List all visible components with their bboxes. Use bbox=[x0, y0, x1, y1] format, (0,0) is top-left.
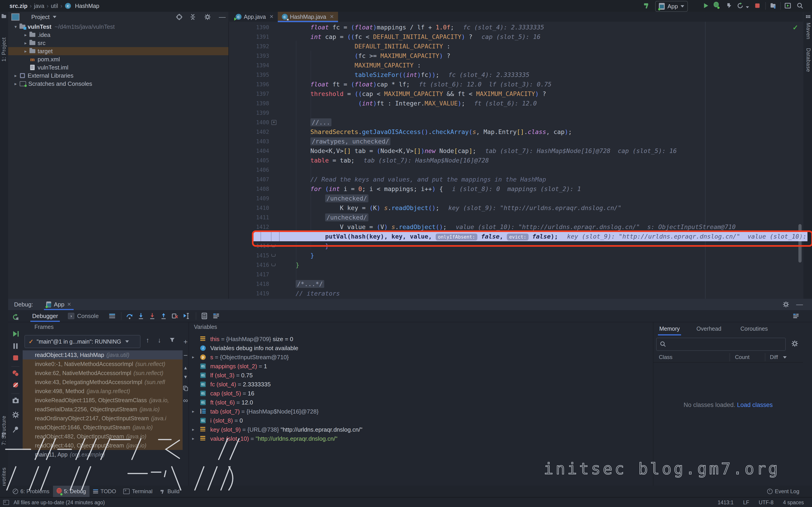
file-encoding[interactable]: UTF-8 bbox=[759, 500, 773, 506]
code-line[interactable]: threshold = ((cap < MAXIMUM_CAPACITY && … bbox=[281, 89, 546, 99]
tab-memory[interactable]: Memory bbox=[659, 322, 680, 335]
stop-button[interactable] bbox=[754, 2, 761, 9]
frame-row[interactable]: invokeReadObject:1185, ObjectStreamClass… bbox=[23, 396, 183, 405]
scroll-up-icon[interactable]: ▲ bbox=[183, 365, 189, 371]
code-line[interactable]: table = tab;tab (slot_7): HashMap$Node[1… bbox=[281, 156, 489, 165]
gutter-line-number[interactable]: 1400 bbox=[229, 118, 269, 127]
frame-row[interactable]: readObject0:1646, ObjectInputStream(java… bbox=[23, 423, 183, 432]
tree-item-vulntest-iml[interactable]: vulnTest.iml bbox=[8, 63, 229, 71]
variable-row[interactable]: ▸key (slot_9) = {URL@738} "http://urldns… bbox=[189, 425, 653, 434]
variable-row[interactable]: 01ft (slot_6) = 12.0 bbox=[189, 398, 653, 407]
tree-item-pom-xml[interactable]: mpom.xml bbox=[8, 55, 229, 63]
gutter-line-number[interactable]: 1417 bbox=[229, 270, 269, 279]
breadcrumb-item[interactable]: util bbox=[51, 3, 58, 9]
tab-app-java[interactable]: CApp.java✕ bbox=[232, 12, 278, 22]
code-line[interactable]: MAXIMUM_CAPACITY : bbox=[281, 61, 421, 70]
rerun-icon[interactable] bbox=[12, 313, 19, 321]
coverage-button[interactable] bbox=[726, 2, 733, 9]
step-out-icon[interactable] bbox=[160, 313, 167, 320]
pause-icon[interactable] bbox=[12, 342, 19, 350]
variable-row[interactable]: 01mappings (slot_2) = 1 bbox=[189, 362, 653, 371]
tree-chevron-icon[interactable]: ▸ bbox=[192, 407, 194, 416]
view-breakpoints-icon[interactable] bbox=[12, 370, 19, 377]
variable-row[interactable]: iVariables debug info not available bbox=[189, 344, 653, 353]
debug-gear-icon[interactable] bbox=[12, 411, 19, 419]
gutter-line-number[interactable]: 1391 bbox=[229, 32, 269, 42]
frame-row[interactable]: readObject:1413, HashMap(java.util) bbox=[23, 350, 183, 359]
gutter-line-number[interactable]: 1399 bbox=[229, 108, 269, 118]
profiler-chevron-icon[interactable] bbox=[746, 5, 749, 9]
gutter-line-number[interactable]: 1397 bbox=[229, 89, 269, 99]
gutter-line-number[interactable]: 1404 bbox=[229, 146, 269, 156]
frame-down-icon[interactable]: ↓ bbox=[158, 336, 161, 344]
code-line[interactable]: float fc = (float)mappings / lf + 1.0f;f… bbox=[281, 23, 544, 32]
code-line[interactable]: } bbox=[281, 260, 299, 270]
debug-button[interactable] bbox=[714, 2, 719, 8]
gutter-line-number[interactable]: 1390 bbox=[229, 23, 269, 32]
pin-tab-icon[interactable] bbox=[12, 426, 19, 433]
gutter-line-number[interactable]: 1407 bbox=[229, 175, 269, 184]
run-anything-icon[interactable] bbox=[784, 2, 791, 9]
notifications-icon[interactable] bbox=[805, 14, 811, 20]
profiler-snapshot-icon[interactable] bbox=[770, 2, 777, 9]
memory-gear-icon[interactable] bbox=[791, 340, 798, 347]
structure-icon[interactable] bbox=[2, 433, 6, 437]
stop-process-icon[interactable] bbox=[12, 354, 19, 362]
code-line[interactable]: //... bbox=[281, 118, 332, 127]
run-button[interactable] bbox=[702, 2, 709, 9]
thread-selector[interactable]: ✓ "main"@1 in g...main": RUNNING bbox=[24, 335, 141, 348]
gutter-line-number[interactable]: 1396 bbox=[229, 80, 269, 89]
breadcrumb-item[interactable]: HashMap bbox=[75, 3, 99, 9]
code-line[interactable]: // Read the keys and values, and put the… bbox=[281, 175, 546, 184]
frame-up-icon[interactable]: ↑ bbox=[146, 336, 149, 344]
tab-overhead[interactable]: Overhead bbox=[697, 322, 721, 335]
tree-chevron-icon[interactable]: ▸ bbox=[13, 73, 18, 78]
breadcrumb-item[interactable]: src.zip bbox=[9, 3, 28, 9]
gutter-line-number[interactable]: 1406 bbox=[229, 165, 269, 175]
frame-row[interactable]: invoke:498, Method(java.lang.reflect) bbox=[23, 387, 183, 396]
code-line[interactable]: } bbox=[281, 251, 314, 260]
fold-marker-icon[interactable] bbox=[271, 264, 275, 266]
variable-row[interactable]: ▸tab (slot_7) = {HashMap$Node[16]@728} bbox=[189, 407, 653, 416]
code-line[interactable]: // iterators bbox=[281, 289, 340, 298]
code-line[interactable]: (int)ft : Integer.MAX_VALUE);ft (slot_6)… bbox=[281, 99, 537, 108]
code-line[interactable]: for (int i = 0; i < mappings; i++) {i (s… bbox=[281, 184, 581, 194]
gear-icon[interactable] bbox=[204, 13, 211, 20]
tree-item-scratches-and-consoles[interactable]: ▸Scratches and Consoles bbox=[8, 80, 229, 88]
force-step-into-icon[interactable] bbox=[149, 313, 156, 320]
chevron-down-icon[interactable] bbox=[53, 16, 56, 18]
tree-chevron-icon[interactable]: ▸ bbox=[192, 353, 194, 362]
tree-item-external-libraries[interactable]: ▸External Libraries bbox=[8, 71, 229, 80]
variable-row[interactable]: 01fc (slot_4) = 2.3333335 bbox=[189, 380, 653, 389]
search-everywhere-icon[interactable] bbox=[797, 2, 803, 9]
thread-dump-camera-icon[interactable] bbox=[12, 397, 19, 404]
code-line[interactable]: /*...*/ bbox=[281, 279, 324, 289]
build-hammer-icon[interactable] bbox=[643, 2, 650, 9]
variable-row[interactable]: 01cap (slot_5) = 16 bbox=[189, 389, 653, 398]
gutter-line-number[interactable]: 1405 bbox=[229, 156, 269, 165]
gutter-line-number[interactable]: 1394 bbox=[229, 61, 269, 70]
tab-console[interactable]: ›Console bbox=[63, 310, 104, 322]
breadcrumb-item[interactable]: java bbox=[34, 3, 44, 9]
close-icon[interactable]: ✕ bbox=[330, 14, 334, 20]
variable-row[interactable]: 01i (slot_8) = 0 bbox=[189, 416, 653, 425]
frame-row[interactable]: readOrdinaryObject:2147, ObjectInputStre… bbox=[23, 414, 183, 423]
tree-item-target[interactable]: ▸target bbox=[8, 47, 229, 55]
restore-layout-icon[interactable] bbox=[793, 313, 799, 319]
tree-item--idea[interactable]: ▸.idea bbox=[8, 31, 229, 39]
resume-icon[interactable] bbox=[12, 330, 19, 338]
remove-watch-icon[interactable]: − bbox=[183, 351, 189, 360]
gutter-line-number[interactable]: 1395 bbox=[229, 70, 269, 80]
code-line[interactable]: float ft = (float)cap * lf;ft (slot_6): … bbox=[281, 80, 551, 89]
tab-debugger[interactable]: Debugger bbox=[27, 310, 63, 322]
tree-chevron-icon[interactable]: ▸ bbox=[23, 40, 29, 46]
frame-row[interactable]: invoke:43, DelegatingMethodAccessorImpl(… bbox=[23, 378, 183, 387]
tree-item-src[interactable]: ▸src bbox=[8, 39, 229, 47]
gutter-line-number[interactable]: 1416 bbox=[229, 260, 269, 270]
copy-icon[interactable] bbox=[183, 385, 189, 391]
code-line[interactable]: int cap = ((fc < DEFAULT_INITIAL_CAPACIT… bbox=[281, 32, 540, 42]
frame-row[interactable]: invoke:62, NativeMethodAccessorImpl(sun.… bbox=[23, 369, 183, 378]
tab-coroutines[interactable]: Coroutines bbox=[741, 322, 768, 335]
inspection-ok-icon[interactable]: ✓ bbox=[793, 23, 798, 32]
drop-frame-icon[interactable] bbox=[171, 313, 179, 320]
